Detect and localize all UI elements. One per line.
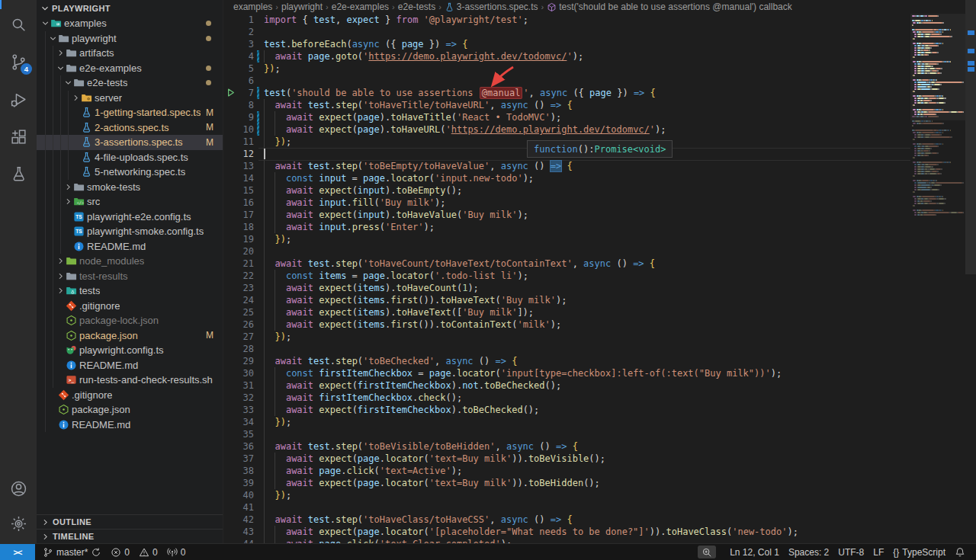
line-number[interactable]: 23 [223, 282, 254, 294]
code-line-24[interactable]: 24 await expect(items.first()).toHaveTex… [223, 294, 910, 306]
line-number[interactable]: 38 [223, 465, 254, 477]
breadcrumb-item-4[interactable]: 3-assertions.spec.ts [445, 2, 538, 12]
line-number[interactable]: 24 [223, 294, 254, 306]
line-number[interactable]: 36 [223, 440, 254, 453]
code-line-9[interactable]: 9 await expect(page).toHaveTitle('React … [223, 111, 910, 123]
line-number[interactable]: 40 [223, 489, 254, 501]
status-remote-indicator[interactable]: >< [0, 544, 35, 560]
code-line-14[interactable]: 14 const input = page.locator('input.new… [223, 172, 910, 184]
code-line-34[interactable]: 34 }); [223, 416, 910, 428]
code-line-5[interactable]: 5}); [223, 62, 910, 75]
activity-run-and-debug[interactable] [8, 88, 29, 110]
line-number[interactable]: 9 [223, 111, 254, 123]
tree-item-readme-md[interactable]: README.md [37, 358, 223, 373]
line-number[interactable]: 41 [223, 501, 254, 514]
tree-item-e2e-examples[interactable]: e2e-examples [37, 61, 223, 76]
line-number[interactable]: 8 [223, 99, 254, 111]
code-line-2[interactable]: 2 [223, 26, 910, 38]
status-language-mode[interactable]: {}TypeScript [888, 544, 950, 560]
tree-item-playwright-config-ts[interactable]: playwright.config.ts [37, 343, 223, 358]
code-line-23[interactable]: 23 await expect(items).toHaveCount(1); [223, 282, 910, 294]
code-line-32[interactable]: 32 await firstItemCheckbox.check(); [223, 392, 910, 404]
status-notifications[interactable] [950, 544, 970, 560]
line-number[interactable]: 2 [223, 26, 254, 38]
code-line-17[interactable]: 17 await expect(input).toHaveValue('Buy … [223, 209, 910, 221]
code-editor[interactable]: 1import { test, expect } from '@playwrig… [223, 14, 910, 543]
line-number[interactable]: 30 [223, 367, 254, 379]
activity-source-control[interactable]: 4 [8, 51, 29, 72]
line-number[interactable]: 18 [223, 221, 254, 233]
tree-item-examples[interactable]: examples [37, 16, 223, 31]
code-line-10[interactable]: 10 await expect(page).toHaveURL('https:/… [223, 123, 910, 136]
tree-item-package-lock-json[interactable]: package-lock.json [37, 313, 223, 328]
code-line-31[interactable]: 31 await expect(firstItemCheckbox).not.t… [223, 379, 910, 392]
breadcrumb-item-1[interactable]: playwright [281, 2, 323, 12]
code-line-29[interactable]: 29 await test.step('toBeChecked', async … [223, 355, 910, 367]
tree-item-test-results[interactable]: test-results [37, 269, 223, 284]
breadcrumb-item-2[interactable]: e2e-examples [332, 2, 389, 12]
activity-testing[interactable] [8, 163, 29, 184]
tree-item-playwright-smoke-config-ts[interactable]: TSplaywright-smoke.config.ts [37, 224, 223, 239]
line-number[interactable]: 27 [223, 331, 254, 343]
code-line-6[interactable]: 6 [223, 75, 910, 87]
activity-settings[interactable] [8, 513, 29, 534]
tree-item-playwright[interactable]: playwright [37, 31, 223, 46]
code-line-35[interactable]: 35 [223, 428, 910, 440]
scrollbar-slider[interactable] [965, 0, 976, 274]
activity-search[interactable] [8, 14, 29, 35]
code-line-13[interactable]: 13 await test.step('toBeEmpty/toHaveValu… [223, 160, 910, 172]
tree-item-package-json[interactable]: package.jsonM [37, 328, 223, 344]
line-number[interactable]: 12 [223, 148, 254, 160]
line-number[interactable]: 14 [223, 172, 254, 184]
code-line-19[interactable]: 19 }); [223, 233, 910, 245]
timeline-section[interactable]: TIMELINE [37, 529, 223, 543]
outline-section[interactable]: OUTLINE [37, 514, 223, 529]
line-number[interactable]: 1 [223, 14, 254, 26]
code-line-26[interactable]: 26 await expect(items.first()).toContain… [223, 318, 910, 331]
tree-item-e2e-tests[interactable]: e2e-tests [37, 75, 223, 91]
code-line-25[interactable]: 25 await expect(items).toHaveText(['Buy … [223, 306, 910, 318]
code-line-37[interactable]: 37 await expect(page.locator('text=Buy m… [223, 453, 910, 465]
minimap[interactable] [912, 15, 964, 216]
line-number[interactable]: 39 [223, 477, 254, 489]
code-line-28[interactable]: 28 [223, 343, 910, 355]
line-number[interactable]: 34 [223, 416, 254, 428]
code-line-43[interactable]: 43 await expect(page.locator('[placehold… [223, 526, 910, 538]
breadcrumb-item-0[interactable]: examples [233, 2, 272, 12]
code-line-18[interactable]: 18 await input.press('Enter'); [223, 221, 910, 233]
line-number[interactable]: 43 [223, 526, 254, 538]
tree-item-4-file-uploads-spec-ts[interactable]: 4-file-uploads.spec.ts [37, 150, 223, 165]
tree-item--gitignore[interactable]: .gitignore [37, 388, 223, 403]
code-line-40[interactable]: 40 }); [223, 489, 910, 501]
line-number[interactable]: 19 [223, 233, 254, 245]
activity-accounts[interactable] [8, 478, 29, 499]
line-number[interactable]: 7 [223, 87, 254, 99]
tree-item-playwright-e2e-config-ts[interactable]: TSplaywright-e2e.config.ts [37, 210, 223, 225]
line-number[interactable]: 16 [223, 197, 254, 209]
line-number[interactable]: 20 [223, 245, 254, 258]
code-line-15[interactable]: 15 await expect(input).toBeEmpty(); [223, 184, 910, 197]
breadcrumb-item-3[interactable]: e2e-tests [398, 2, 435, 12]
code-line-41[interactable]: 41 [223, 501, 910, 514]
tree-item-readme-md[interactable]: README.md [37, 418, 223, 433]
code-line-22[interactable]: 22 const items = page.locator('.todo-lis… [223, 270, 910, 282]
line-number[interactable]: 17 [223, 209, 254, 221]
status-zoom-indicator[interactable] [693, 544, 725, 560]
line-number[interactable]: 33 [223, 404, 254, 416]
tree-item-1-getting-started-spec-ts[interactable]: 1-getting-started.spec.tsM [37, 105, 223, 120]
line-number[interactable]: 4 [223, 50, 254, 62]
line-number[interactable]: 5 [223, 62, 254, 75]
line-number[interactable]: 10 [223, 123, 254, 136]
code-line-44[interactable]: 44 await page.click('text=Clear complete… [223, 538, 910, 543]
tree-item--gitignore[interactable]: .gitignore [37, 299, 223, 314]
minimap-slider[interactable] [910, 14, 965, 120]
tree-item-3-assertions-spec-ts[interactable]: 3-assertions.spec.tsM [37, 135, 223, 150]
code-line-3[interactable]: 3test.beforeEach(async ({ page }) => { [223, 38, 910, 50]
line-number[interactable]: 25 [223, 306, 254, 318]
code-line-7[interactable]: 7test('should be able to use assertions … [223, 87, 910, 99]
tree-item-2-actions-spec-ts[interactable]: 2-actions.spec.tsM [37, 120, 223, 136]
status-problems-warnings[interactable]: 0 [134, 544, 162, 560]
code-line-36[interactable]: 36 await test.step('toBeVisible/toBeHidd… [223, 440, 910, 453]
activity-extensions[interactable] [8, 126, 29, 147]
code-line-42[interactable]: 42 await test.step('toHaveClass/toHaveCS… [223, 514, 910, 526]
